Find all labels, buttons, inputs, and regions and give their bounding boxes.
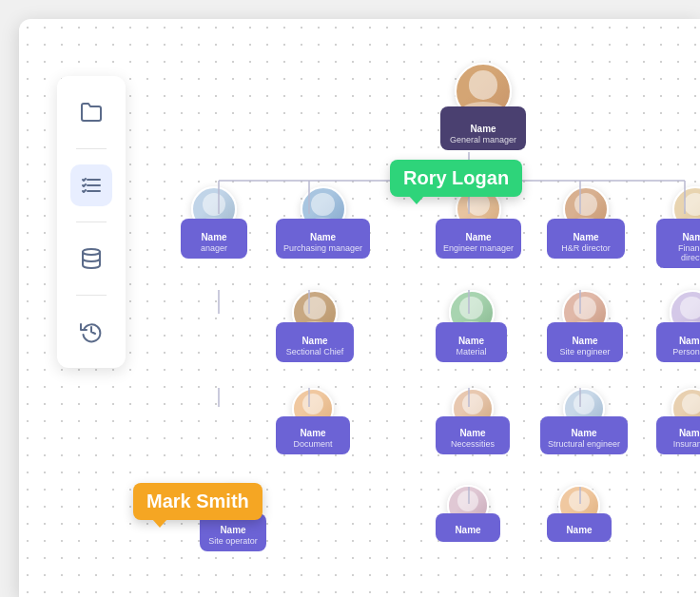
card-necessities: Name Necessities	[436, 416, 510, 454]
card-insurance: Name Insurance	[656, 416, 700, 454]
tooltip-rory-logan: Rory Logan	[390, 160, 522, 197]
sidebar-item-lists[interactable]	[70, 164, 112, 206]
node-insurance[interactable]: Name Insurance	[656, 388, 700, 454]
card-gm: Name General manager	[440, 106, 526, 150]
node-general-manager[interactable]: Name General manager	[440, 63, 526, 150]
sidebar-item-folders[interactable]	[70, 91, 112, 133]
card-purchasing-manager: Name Purchasing manager	[276, 219, 370, 259]
node-level4-2[interactable]: Name	[436, 485, 500, 542]
node-engineer-manager[interactable]: Name Engineer manager	[436, 186, 521, 259]
card-left-partial: Name anager	[181, 219, 247, 259]
node-structural-engineer[interactable]: Name Structural engineer	[540, 388, 628, 454]
card-document: Name Document	[276, 416, 350, 454]
sidebar	[57, 76, 126, 368]
node-site-engineer[interactable]: Name Site engineer	[547, 290, 623, 362]
card-financial-director: Name Financial director	[656, 219, 700, 268]
node-sectional-chief[interactable]: Name Sectional Chief	[276, 290, 354, 362]
sidebar-item-history[interactable]	[70, 311, 112, 353]
card-structural-engineer: Name Structural engineer	[540, 416, 628, 454]
node-necessities[interactable]: Name Necessities	[436, 388, 510, 454]
main-background: Name General manager Name anager Name Pu…	[19, 19, 700, 597]
node-hr-director[interactable]: Name H&R director	[547, 186, 625, 259]
card-site-engineer: Name Site engineer	[547, 322, 623, 362]
node-document[interactable]: Name Document	[276, 388, 350, 454]
node-level4-3[interactable]: Name	[547, 485, 612, 542]
card-personnel: Name Personnel	[656, 322, 700, 362]
tooltip-mark-smith: Mark Smith	[133, 483, 262, 520]
svg-point-3	[83, 249, 100, 255]
card-level4-3: Name	[547, 513, 612, 542]
sidebar-item-database[interactable]	[70, 238, 112, 279]
node-personnel[interactable]: Name Personnel	[656, 290, 700, 362]
card-material: Name Material	[436, 322, 507, 362]
node-financial-director[interactable]: Name Financial director	[656, 186, 700, 268]
card-engineer-manager: Name Engineer manager	[436, 219, 521, 259]
card-hr-director: Name H&R director	[547, 219, 625, 259]
sidebar-divider-3	[76, 295, 107, 296]
node-material[interactable]: Name Material	[436, 290, 507, 362]
sidebar-divider-1	[76, 148, 107, 149]
card-level4-2: Name	[436, 513, 500, 542]
node-left-partial[interactable]: Name anager	[181, 186, 247, 259]
node-purchasing-manager[interactable]: Name Purchasing manager	[276, 186, 370, 259]
card-sectional-chief: Name Sectional Chief	[276, 322, 354, 362]
sidebar-divider-2	[76, 221, 107, 222]
